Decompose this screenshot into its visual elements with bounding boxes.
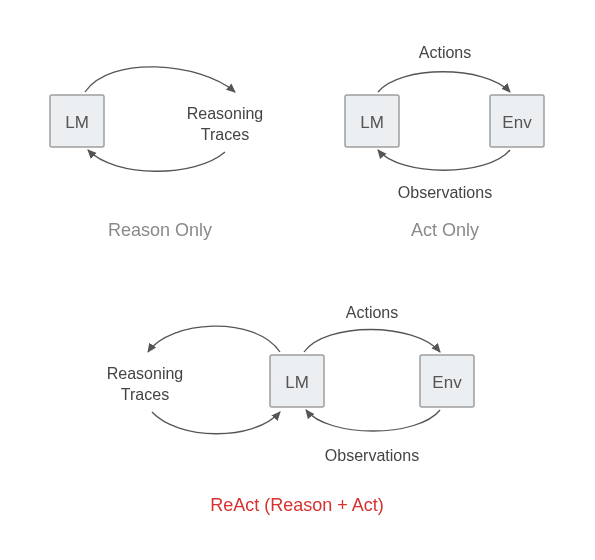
act-lm-label: LM: [360, 113, 384, 132]
panel-act-only: LM Env Actions Observations Act Only: [345, 44, 544, 241]
act-actions-label: Actions: [419, 44, 471, 61]
act-arrow-observations: [378, 150, 510, 170]
act-lm-node: LM: [345, 95, 399, 147]
reason-arrow-top: [85, 67, 235, 92]
react-lm-label: LM: [285, 373, 309, 392]
react-traces-label-line2: Traces: [121, 386, 169, 403]
react-lm-node: LM: [270, 355, 324, 407]
react-arrow-reason-bottom: [152, 412, 280, 434]
act-observations-label: Observations: [398, 184, 492, 201]
act-arrow-actions: [378, 72, 510, 92]
act-env-label: Env: [502, 113, 532, 132]
reason-lm-label: LM: [65, 113, 89, 132]
react-arrow-reason-top: [148, 326, 280, 352]
panel-reason-only: LM Reasoning Traces Reason Only: [50, 67, 263, 240]
reason-traces-label-line2: Traces: [201, 126, 249, 143]
reason-lm-node: LM: [50, 95, 104, 147]
reason-traces-label-line1: Reasoning: [187, 105, 264, 122]
panel-react: LM Env Reasoning Traces Actions Observat…: [107, 304, 474, 516]
react-traces-label-line1: Reasoning: [107, 365, 184, 382]
react-env-node: Env: [420, 355, 474, 407]
react-arrow-actions: [304, 330, 440, 353]
react-diagram: LM Reasoning Traces Reason Only LM Env A…: [0, 0, 595, 560]
react-arrow-observations: [306, 410, 440, 431]
reason-only-caption: Reason Only: [108, 220, 212, 240]
react-caption: ReAct (Reason + Act): [210, 495, 384, 515]
react-env-label: Env: [432, 373, 462, 392]
react-observations-label: Observations: [325, 447, 419, 464]
act-env-node: Env: [490, 95, 544, 147]
react-actions-label: Actions: [346, 304, 398, 321]
act-only-caption: Act Only: [411, 220, 479, 240]
reason-arrow-bottom: [88, 150, 225, 171]
